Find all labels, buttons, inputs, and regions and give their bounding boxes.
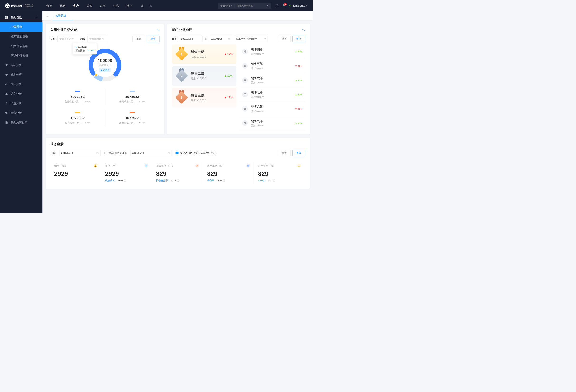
- notification-bell[interactable]: 5: [282, 3, 286, 8]
- close-icon[interactable]: ✕: [68, 14, 70, 17]
- tab-bar: 公司看板 ✕: [42, 11, 313, 20]
- query-button[interactable]: 查询: [292, 36, 305, 42]
- donut-total: 100000: [98, 58, 112, 63]
- sidebar-sub-销售主管看板[interactable]: 销售主管看板: [0, 41, 42, 51]
- help-icon[interactable]: [273, 179, 275, 182]
- sidebar-sub-公司看板[interactable]: 公司看板: [0, 22, 42, 31]
- sidebar-toggle[interactable]: [45, 13, 50, 19]
- channel-icon: [5, 102, 8, 105]
- search-button[interactable]: [265, 3, 271, 8]
- rank-row: 6销售六部流水 ¥19020▲ 10%: [240, 73, 305, 88]
- sidebar-item-成本分析[interactable]: 成本分析: [0, 70, 42, 79]
- date-from-input[interactable]: 2018/01/08: [179, 36, 202, 42]
- metric-item: 1072932超额完成（元）89.9%: [105, 110, 160, 127]
- card-title: 公司业绩目标达成: [50, 28, 77, 32]
- rank-row: 8销售八部流水 ¥19020▼ 12%: [240, 102, 305, 116]
- nav-线索[interactable]: 线索: [60, 3, 65, 8]
- medal-icon: 2: [176, 70, 188, 82]
- sidebar-sub-推广主管看板[interactable]: 推广主管看板: [0, 32, 42, 41]
- sidebar-item-数据看板[interactable]: 数据看板: [0, 13, 42, 22]
- logo-text: 云朵CRM: [11, 4, 22, 8]
- sidebar-item-访客分析[interactable]: 访客分析: [0, 89, 42, 99]
- target-status-badge: 已达成: [99, 68, 111, 72]
- nav-数据[interactable]: 数据: [46, 3, 52, 8]
- nav-运营[interactable]: 运营: [114, 3, 119, 8]
- sidebar-item-数据流转记录[interactable]: 数据流转记录: [0, 118, 42, 127]
- date-label: 日期: [50, 151, 56, 155]
- target-select[interactable]: 请选择目标: [58, 36, 78, 42]
- username: manager11: [292, 4, 305, 7]
- svg-rect-8: [228, 38, 230, 40]
- sidebar-item-漏斗分析[interactable]: 漏斗分析: [0, 60, 42, 70]
- medal-icon: 1: [176, 48, 188, 60]
- rank-card-2: 2销售二部流水 ¥10,900▲ 10%: [172, 66, 236, 86]
- phone-icon[interactable]: [149, 4, 153, 7]
- help-icon[interactable]: [124, 179, 126, 182]
- mobile-icon[interactable]: [275, 4, 279, 7]
- ranking-card: 部门业绩排行 日期 2018/01/08 至 2018/01/08 按工单客户经…: [167, 24, 310, 135]
- record-icon: [5, 121, 8, 124]
- date-input-1[interactable]: 2018/01/08: [59, 150, 101, 156]
- cash-checkbox[interactable]: 按现金消费（返点后消费）统计: [176, 151, 216, 155]
- svg-rect-9: [97, 152, 98, 154]
- reset-button[interactable]: 重置: [278, 150, 291, 156]
- nav-财务[interactable]: 财务: [100, 3, 106, 8]
- business-overview-card: 业务全景 日期 2018/01/08 与其他时间对比 2018/01/08 按现…: [46, 138, 310, 189]
- groupby-select[interactable]: 按工单客户经理统计: [234, 36, 268, 42]
- metric-item: 1072932未完成量（元）20.9%: [105, 88, 160, 106]
- help-icon[interactable]: [223, 179, 226, 182]
- search-input[interactable]: [234, 4, 265, 7]
- logo[interactable]: 云朵CRM 教育机构一站式服务云平台: [5, 3, 41, 8]
- kpi-0: 消费（元）💰2929: [50, 161, 101, 185]
- kpi-badge-icon: ✦: [195, 164, 199, 168]
- reset-button[interactable]: 重置: [278, 36, 291, 42]
- nav-公海[interactable]: 公海: [87, 3, 92, 8]
- sidebar-item-销售分析[interactable]: 销售分析: [0, 108, 42, 118]
- help-icon[interactable]: [177, 179, 179, 182]
- date-to-input[interactable]: 2018/01/08: [209, 36, 232, 42]
- chart-tooltip: 1072932 所占比例:70.9%: [73, 43, 97, 54]
- nav-客户[interactable]: 客户: [73, 3, 79, 8]
- target-card: 公司业绩目标达成 目标 请选择目标 周期 请选择周期 重置 查询: [46, 24, 164, 135]
- sidebar-sub-客户经理看板[interactable]: 客户经理看板: [0, 51, 42, 60]
- query-button[interactable]: 查询: [292, 150, 305, 156]
- svg-point-0: [141, 4, 143, 6]
- kpi-badge-icon: 💰: [93, 164, 97, 168]
- reset-button[interactable]: 重置: [133, 36, 145, 42]
- sidebar-item-渠道分析[interactable]: 渠道分析: [0, 99, 42, 108]
- nav-报名[interactable]: 报名: [127, 3, 133, 8]
- search-type-select[interactable]: 手机号码: [218, 4, 234, 7]
- compare-checkbox[interactable]: 与其他时间对比: [105, 151, 127, 155]
- medal-icon: 3: [176, 92, 188, 103]
- refresh-icon: [5, 73, 8, 76]
- metric-item: 8972932已完成量（元）70.9%: [50, 88, 105, 106]
- magnify-icon: [5, 111, 8, 114]
- kpi-badge-icon: ➤: [144, 164, 148, 168]
- top-nav: 数据线索客户公海财务运营报名: [46, 3, 133, 8]
- logo-subtitle: 教育机构一站式服务云平台: [24, 4, 33, 7]
- date-label: 日期: [172, 37, 177, 41]
- checkbox-icon: [176, 151, 178, 154]
- chevron-up-icon: [36, 17, 37, 19]
- user-icon[interactable]: [140, 4, 144, 7]
- svg-rect-10: [168, 152, 170, 154]
- svg-point-1: [267, 5, 269, 6]
- dashboard-icon: [5, 16, 8, 19]
- card-title: 部门业绩排行: [172, 28, 192, 32]
- checkbox-icon: [105, 151, 107, 154]
- donut-label: 目标总量（元）: [98, 64, 112, 66]
- kpi-3: 成交单数（单）▤829成交率：80%: [203, 161, 254, 185]
- card-title: 业务全景: [50, 142, 64, 146]
- metric-item: 1072932应完成量（元）8.9%: [50, 110, 105, 127]
- query-button[interactable]: 查询: [147, 36, 160, 42]
- expand-icon[interactable]: [302, 29, 305, 31]
- user-menu[interactable]: manager11: [289, 4, 308, 7]
- target-label: 目标: [50, 37, 56, 41]
- sidebar-item-推广分析[interactable]: 推广分析: [0, 79, 42, 89]
- tab-company-dashboard[interactable]: 公司看板 ✕: [53, 11, 73, 20]
- expand-icon[interactable]: [157, 29, 160, 31]
- date-input-2[interactable]: 2018/01/08: [131, 150, 172, 156]
- funnel-icon: [5, 64, 8, 66]
- period-select[interactable]: 请选择周期: [87, 36, 108, 42]
- sidebar: 数据看板公司看板推广主管看板销售主管看板客户经理看板漏斗分析成本分析推广分析访客…: [0, 11, 42, 213]
